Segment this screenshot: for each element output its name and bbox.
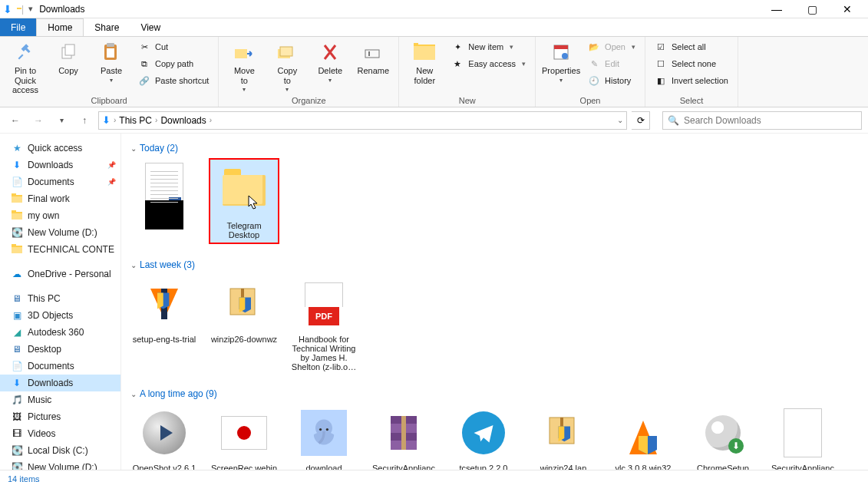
sidebar-item-videos[interactable]: 🎞Videos — [0, 425, 120, 442]
sidebar-item-localc[interactable]: 💽Local Disk (C:) — [0, 442, 120, 459]
recent-button[interactable]: ▾ — [52, 111, 71, 130]
file-item[interactable]: W — [130, 160, 198, 243]
documents-icon: 📄 — [11, 176, 23, 188]
down-arrow-icon[interactable]: ⬇ — [3, 3, 12, 15]
pin-icon: 📌 — [107, 161, 116, 169]
sidebar-item-finalwork[interactable]: Final work — [0, 190, 120, 207]
file-thumb: PDF — [296, 276, 351, 332]
select-all-button[interactable]: ☑Select all — [652, 38, 731, 55]
sidebar-onedrive[interactable]: ☁OneDrive - Personal — [0, 266, 120, 282]
history-button[interactable]: 🕘History — [585, 72, 639, 89]
file-item[interactable]: SecurityApplianc — [370, 405, 437, 470]
invert-selection-button[interactable]: ◧Invert selection — [652, 72, 731, 89]
tab-share[interactable]: Share — [84, 18, 130, 36]
file-item[interactable]: SecurityApplianc — [769, 405, 837, 470]
minimize-button[interactable]: — — [759, 0, 794, 18]
group-select: ☑Select all ☐Select none ◧Invert selecti… — [645, 37, 738, 107]
easy-access-button[interactable]: ★Easy access▾ — [448, 55, 529, 72]
file-item[interactable]: winzip26-downwz — [210, 276, 278, 371]
paste-shortcut-button[interactable]: 🔗Paste shortcut — [135, 72, 212, 89]
up-button[interactable]: ↑ — [75, 111, 94, 130]
download-icon: ⬇ — [11, 159, 23, 171]
status-items-count: 14 items — [8, 474, 40, 483]
sidebar-item-myown[interactable]: my own — [0, 207, 120, 224]
sidebar-item-documents-q[interactable]: 📄Documents📌 — [0, 173, 120, 190]
move-to-button[interactable]: Move to▾ — [225, 38, 263, 93]
quick-access-icon: ★ — [11, 142, 23, 154]
sidebar-item-pictures[interactable]: 🖼Pictures — [0, 408, 120, 425]
sidebar-item-autodesk[interactable]: ◢Autodesk 360 — [0, 324, 120, 341]
sidebar-item-downloads-q[interactable]: ⬇Downloads📌 — [0, 157, 120, 173]
sidebar-item-3dobjects[interactable]: ▣3D Objects — [0, 307, 120, 324]
content-area: ⌄Today (2) WTelegram Desktop ⌄Last week … — [121, 134, 868, 470]
sidebar-item-downloads[interactable]: ⬇Downloads — [0, 375, 120, 391]
delete-button[interactable]: Delete▾ — [311, 38, 349, 84]
close-button[interactable]: ✕ — [830, 0, 865, 18]
addr-dropdown-icon[interactable]: ⌄ — [617, 116, 623, 124]
qat-divider: | — [21, 4, 24, 15]
crumb-this-pc[interactable]: This PC — [119, 115, 152, 126]
tab-file[interactable]: File — [0, 18, 36, 36]
rename-button[interactable]: Rename — [354, 38, 392, 76]
new-item-button[interactable]: ✦New item▾ — [448, 38, 529, 55]
sidebar-item-music[interactable]: 🎵Music — [0, 391, 120, 408]
file-item[interactable]: OpenShot v2.6.1 — [130, 405, 198, 470]
file-label: tcsetup 2.2.0 — [460, 464, 508, 470]
sidebar-item-newvol-q[interactable]: 💽New Volume (D:) — [0, 224, 120, 241]
refresh-button[interactable]: ⟳ — [632, 111, 650, 130]
back-button[interactable]: ← — [6, 111, 25, 130]
sidebar-item-documents[interactable]: 📄Documents — [0, 358, 120, 375]
copy-button[interactable]: Copy — [49, 38, 87, 76]
file-item[interactable]: ScreenRec webin — [210, 405, 278, 470]
file-thumb — [296, 405, 351, 461]
qat-overflow[interactable]: ▾ — [28, 4, 33, 14]
file-item[interactable]: ⬇ChromeSetup — [689, 405, 757, 470]
file-item[interactable]: PDFHandbook for Technical Writing by Jam… — [290, 276, 358, 371]
music-icon: 🎵 — [11, 394, 23, 406]
open-button[interactable]: 📂Open▾ — [585, 38, 639, 55]
file-item[interactable]: tcsetup 2.2.0 — [450, 405, 517, 470]
sidebar-quick-access[interactable]: ★Quick access — [0, 140, 120, 157]
file-item[interactable]: Telegram Desktop — [210, 160, 278, 243]
pin-to-quick-access-button[interactable]: Pin to Quick access — [6, 38, 45, 95]
address-bar[interactable]: ⬇ › This PC › Downloads › ⌄ — [98, 111, 627, 130]
cut-icon: ✂ — [138, 41, 150, 53]
open-icon: 📂 — [588, 41, 600, 53]
file-label: Telegram Desktop — [212, 221, 276, 239]
file-item[interactable]: download — [290, 405, 358, 470]
tab-view[interactable]: View — [130, 18, 171, 36]
svg-rect-1 — [65, 45, 74, 55]
sidebar-this-pc[interactable]: 🖥This PC — [0, 290, 120, 307]
sidebar-item-technical[interactable]: TECHNICAL CONTE — [0, 241, 120, 258]
cut-button[interactable]: ✂Cut — [135, 38, 212, 55]
copy-to-button[interactable]: Copy to▾ — [268, 38, 306, 93]
svg-rect-4 — [107, 48, 114, 58]
tab-home[interactable]: Home — [36, 18, 84, 36]
sidebar-item-newvol[interactable]: 💽New Volume (D:) — [0, 459, 120, 470]
select-none-button[interactable]: ☐Select none — [652, 55, 731, 72]
maximize-button[interactable]: ▢ — [794, 0, 830, 18]
sidebar-item-desktop[interactable]: 🖥Desktop — [0, 341, 120, 358]
group-open: Properties▾ 📂Open▾ ✎Edit 🕘History Open — [536, 37, 645, 107]
paste-button[interactable]: Paste▾ — [92, 38, 130, 84]
svg-rect-11 — [554, 45, 568, 49]
group-header-lastweek[interactable]: ⌄Last week (3) — [130, 259, 859, 270]
file-item[interactable]: setup-eng-ts-trial — [130, 276, 198, 371]
group-organize-label: Organize — [225, 96, 392, 107]
new-folder-button[interactable]: New folder — [405, 38, 444, 85]
file-item[interactable]: vlc 3.0.8 win32 — [609, 405, 677, 470]
crumb-downloads[interactable]: Downloads — [160, 115, 206, 126]
group-header-today[interactable]: ⌄Today (2) — [130, 143, 859, 154]
copy-path-button[interactable]: ⧉Copy path — [135, 55, 212, 72]
search-box[interactable]: 🔍 Search Downloads — [662, 111, 862, 130]
objects3d-icon: ▣ — [11, 309, 23, 322]
edit-button[interactable]: ✎Edit — [585, 55, 639, 72]
file-label: SecurityApplianc — [372, 464, 435, 470]
file-item[interactable]: winzip24 lan — [530, 405, 597, 470]
svg-point-16 — [326, 428, 328, 431]
forward-button[interactable]: → — [29, 111, 48, 130]
properties-button[interactable]: Properties▾ — [542, 38, 580, 84]
drive-icon: 💽 — [11, 461, 23, 470]
pin-icon — [13, 40, 38, 64]
group-header-longago[interactable]: ⌄A long time ago (9) — [130, 388, 859, 399]
